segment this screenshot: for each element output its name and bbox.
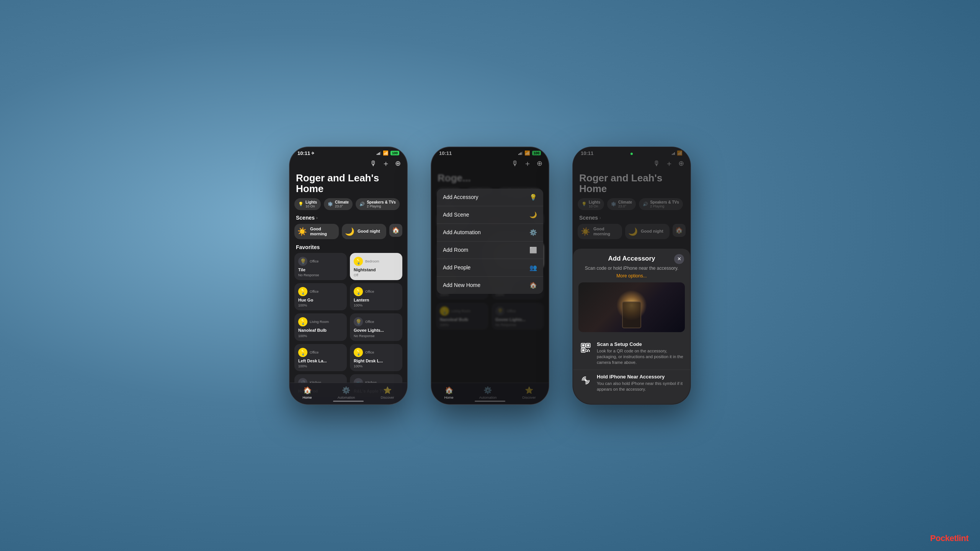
- device-bedroom-nightstand-left[interactable]: 💡 Bedroom Nightstand Off: [350, 253, 402, 280]
- signal-bar-1: [377, 154, 377, 155]
- device-office-huego-left[interactable]: 💡 Office Hue Go 100%: [294, 283, 347, 310]
- scene-good-night-left[interactable]: 🌙 Good night: [342, 224, 386, 239]
- add-people-label: Add People: [443, 264, 470, 271]
- huego-status-left: 100%: [298, 303, 343, 307]
- scene-good-morning-left[interactable]: ☀️ Good morning: [294, 224, 339, 239]
- watermark-accent: P: [930, 533, 936, 543]
- phone-middle: 10:11 📶 100 🎙: [431, 147, 549, 405]
- rightdesk-room-left: Office: [365, 350, 374, 354]
- device-office-lantern-left[interactable]: 💡 Office Lantern 100%: [350, 283, 402, 310]
- morning-icon-left: ☀️: [297, 227, 307, 236]
- add-room-label: Add Room: [443, 247, 468, 253]
- add-home-label: Add New Home: [443, 282, 480, 288]
- signal-bar-3: [379, 152, 380, 155]
- nightstand-name-left: Nightstand: [354, 267, 399, 272]
- dropdown-add-accessory[interactable]: Add Accessory 💡: [437, 189, 543, 206]
- dropdown-add-room[interactable]: Add Room ⬜: [437, 241, 543, 259]
- nav-discover-left[interactable]: ⭐ Discover: [381, 386, 394, 399]
- add-accessory-modal: Add Accessory ✕ Scan code or hold iPhone…: [573, 249, 690, 404]
- svg-rect-1: [582, 344, 585, 346]
- svg-rect-11: [589, 351, 590, 352]
- pill-lights-left[interactable]: 💡 Lights 10 On: [294, 198, 321, 210]
- govee-name-left: Govee Lights...: [354, 328, 399, 333]
- add-icon-left[interactable]: ＋: [382, 158, 390, 169]
- scenes-row-right: ☀️ Good morning 🌙 Good night 🏠: [573, 224, 690, 243]
- add-home-icon: 🏠: [529, 282, 537, 289]
- siri-icon-left[interactable]: 🎙: [370, 160, 377, 168]
- leftdesk-name-left: Left Desk La...: [298, 359, 343, 364]
- wifi-icon-left: 📶: [383, 150, 389, 156]
- climate-icon-left: ❄️: [328, 202, 333, 207]
- speakers-name-left: Speakers & TVs: [367, 200, 396, 204]
- scan-code-title: Scan a Setup Code: [597, 341, 684, 347]
- category-pills-right: 💡 Lights 10 On ❄️ Climate 23.0°: [573, 198, 690, 215]
- time-left: 10:11: [297, 150, 310, 156]
- scene-night-right: 🌙 Good night: [625, 224, 670, 239]
- device-office-rightdesk-left[interactable]: 💡 Office Right Desk L... 100%: [350, 344, 402, 371]
- govee-bulb-left: 💡: [354, 317, 363, 326]
- status-icons-left: 📶 100: [377, 150, 399, 156]
- dropdown-add-automation[interactable]: Add Automation ⚙️: [437, 224, 543, 241]
- tile-bulb-left: 💡: [298, 257, 307, 266]
- option-hold-near[interactable]: Hold iPhone Near Accessory You can also …: [573, 370, 690, 396]
- battery-left: 100: [390, 151, 399, 155]
- status-bar-left: 10:11 ✈ 📶 100: [290, 147, 407, 158]
- leftdesk-status-left: 100%: [298, 364, 343, 368]
- modal-subtitle: Scan code or hold iPhone near the access…: [573, 266, 690, 273]
- modal-close-button[interactable]: ✕: [674, 254, 684, 264]
- night-icon-left: 🌙: [345, 227, 354, 236]
- pill-climate-left[interactable]: ❄️ Climate 23.0°: [324, 198, 353, 210]
- nav-home-label-left: Home: [303, 396, 312, 399]
- signal-bar-4: [380, 152, 381, 155]
- device-office-leftdesk-left[interactable]: 💡 Office Left Desk La... 100%: [294, 344, 347, 371]
- nanoleaf-bulb-left: 💡: [298, 317, 307, 326]
- lights-sub-left: 10 On: [305, 204, 317, 208]
- nav-home-left[interactable]: 🏠 Home: [303, 386, 312, 399]
- scene-home-right: 🏠: [673, 224, 686, 237]
- device-livingroom-nanoleaf-left[interactable]: 💡 Living Room Nanoleaf Bulb 100%: [294, 313, 347, 341]
- nav-automation-label-left: Automation: [338, 396, 355, 399]
- add-accessory-icon: 💡: [529, 194, 537, 201]
- option-scan-qr[interactable]: Scan a Setup Code Look for a QR code on …: [573, 337, 690, 370]
- speakers-icon-left: 🔊: [359, 202, 365, 207]
- modal-more-options[interactable]: More options...: [573, 273, 690, 282]
- signal-bars-left: [377, 151, 381, 155]
- qr-icon: [579, 341, 592, 354]
- rightdesk-status-left: 100%: [354, 364, 399, 368]
- status-time-left: 10:11 ✈: [297, 150, 314, 156]
- svg-rect-9: [589, 350, 590, 350]
- device-office-govee-left[interactable]: 💡 Office Govee Lights... No Response: [350, 313, 402, 341]
- lantern-name-left: Lantern: [354, 298, 399, 303]
- nfc-icon: [579, 374, 592, 387]
- dropdown-add-home[interactable]: Add New Home 🏠: [437, 277, 543, 294]
- nav-automation-left[interactable]: ⚙️ Automation: [338, 386, 355, 399]
- device-office-tile-left[interactable]: 💡 Office Tile No Response: [294, 253, 347, 280]
- modal-title: Add Accessory: [608, 255, 655, 262]
- tile-room-left: Office: [310, 259, 318, 263]
- scene-home-btn-left[interactable]: 🏠: [389, 224, 402, 237]
- dropdown-add-scene[interactable]: Add Scene 🌙: [437, 206, 543, 224]
- pill-climate-right: ❄️ Climate 23.0°: [607, 198, 636, 210]
- dropdown-add-people[interactable]: Add People 👥: [437, 259, 543, 277]
- rightdesk-name-left: Right Desk L...: [354, 359, 399, 364]
- scenes-chevron-left: ›: [316, 215, 318, 220]
- home-indicator-left: [333, 401, 364, 402]
- huego-room-left: Office: [310, 290, 318, 293]
- nightstand-bulb-left: 💡: [354, 257, 363, 266]
- pill-lights-right: 💡 Lights 10 On: [578, 198, 604, 210]
- scenes-header-left[interactable]: Scenes ›: [290, 215, 407, 224]
- favorites-title-left: Favorites: [296, 244, 320, 250]
- speakers-sub-left: 2 Playing: [367, 204, 396, 208]
- dropdown-menu[interactable]: Add Accessory 💡 Add Scene 🌙 Add Automati…: [437, 189, 543, 294]
- menu-icon-left[interactable]: ⊕: [395, 159, 401, 168]
- add-automation-icon: ⚙️: [529, 229, 537, 236]
- hold-near-title: Hold iPhone Near Accessory: [597, 374, 684, 380]
- scenes-row-left: ☀️ Good morning 🌙 Good night 🏠: [290, 224, 407, 243]
- add-scene-label: Add Scene: [443, 212, 469, 218]
- pill-speakers-left[interactable]: 🔊 Speakers & TVs 2 Playing: [356, 198, 400, 210]
- svg-rect-8: [587, 350, 588, 350]
- nav-discover-icon-left: ⭐: [383, 386, 392, 395]
- svg-rect-6: [586, 349, 587, 350]
- add-scene-icon: 🌙: [529, 211, 537, 218]
- leftdesk-bulb-left: 💡: [298, 348, 307, 357]
